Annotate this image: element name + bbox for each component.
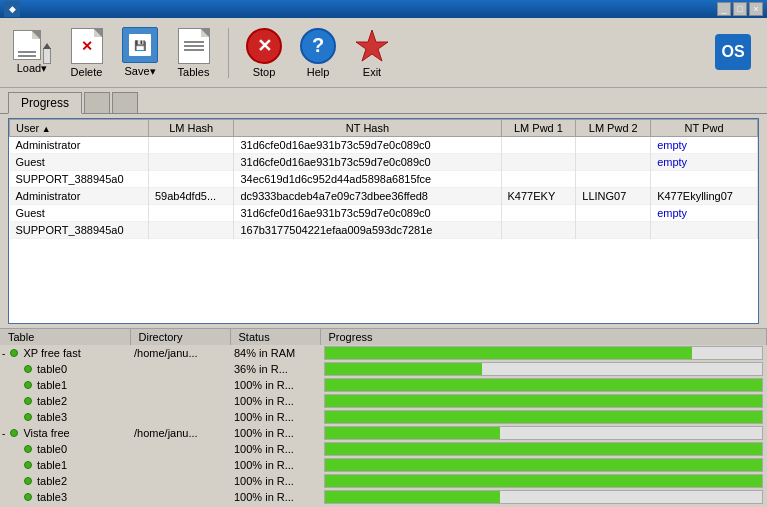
stop-button[interactable]: ✕ Stop (241, 23, 287, 83)
list-item[interactable]: table0 36% in R... (0, 361, 767, 377)
cell-nt-hash: 167b3177504221efaa009a593dc7281e (234, 222, 501, 239)
exit-button[interactable]: Exit (349, 23, 395, 83)
about-icon: OS (715, 34, 751, 70)
table-row[interactable]: Administrator 31d6cfe0d16ae931b73c59d7e0… (10, 137, 758, 154)
group-label[interactable]: - Vista free (0, 425, 130, 441)
progress-bar (325, 443, 762, 455)
list-item[interactable]: table3 100% in R... (0, 409, 767, 425)
cell-user: SUPPORT_388945a0 (10, 171, 149, 188)
load-button[interactable]: Load▾ (8, 25, 56, 80)
progress-bar-container (324, 490, 763, 504)
minimize-btn[interactable]: _ (717, 2, 731, 16)
table-progress-cell (320, 393, 767, 409)
progress-bar (325, 475, 762, 487)
col-lm-pwd1[interactable]: LM Pwd 1 (501, 120, 576, 137)
tables-table: Table Directory Status Progress - XP fre… (0, 329, 767, 505)
cell-user: SUPPORT_388945a0 (10, 222, 149, 239)
table-name: table1 (0, 377, 130, 393)
list-item[interactable]: table0 100% in R... (0, 441, 767, 457)
table-name: table2 (0, 473, 130, 489)
stop-icon: ✕ (246, 28, 282, 64)
table-dot (24, 413, 32, 421)
svg-marker-0 (356, 30, 388, 61)
progress-bar-container (324, 458, 763, 472)
cell-lm-pwd1 (501, 171, 576, 188)
cell-lm-pwd2 (576, 171, 651, 188)
table-row[interactable]: Administrator 59ab4dfd5... dc9333bacdeb4… (10, 188, 758, 205)
cell-lm-hash (148, 154, 233, 171)
cell-nt-hash: dc9333bacdeb4a7e09c73dbee36ffed8 (234, 188, 501, 205)
cell-nt-pwd (651, 222, 758, 239)
progress-bar-container (324, 346, 763, 360)
table-status: 100% in R... (230, 457, 320, 473)
table-dot (24, 397, 32, 405)
list-item[interactable]: table2 100% in R... (0, 393, 767, 409)
table-progress-cell (320, 377, 767, 393)
tables-button[interactable]: Tables (171, 23, 216, 83)
table-directory (130, 457, 230, 473)
table-dot (24, 445, 32, 453)
list-item[interactable]: table1 100% in R... (0, 457, 767, 473)
delete-button[interactable]: ✕ Delete (64, 23, 109, 83)
cell-user: Guest (10, 205, 149, 222)
maximize-btn[interactable]: □ (733, 2, 747, 16)
table-progress-cell (320, 489, 767, 505)
cell-nt-hash: 31d6cfe0d16ae931b73c59d7e0c089c0 (234, 154, 501, 171)
table-dot (24, 365, 32, 373)
cell-lm-pwd2: LLING07 (576, 188, 651, 205)
progress-bar (325, 459, 762, 471)
cell-lm-pwd2 (576, 137, 651, 154)
cell-user: Administrator (10, 188, 149, 205)
group-status: 100% in R... (230, 425, 320, 441)
table-row[interactable]: SUPPORT_388945a0 34ec619d1d6c952d44ad589… (10, 171, 758, 188)
table-row[interactable]: SUPPORT_388945a0 167b3177504221efaa009a5… (10, 222, 758, 239)
cell-user: Administrator (10, 137, 149, 154)
tab-preferences[interactable] (112, 92, 138, 113)
cell-nt-pwd: empty (651, 205, 758, 222)
cell-lm-pwd2 (576, 205, 651, 222)
cell-nt-pwd: empty (651, 137, 758, 154)
help-button[interactable]: ? Help (295, 23, 341, 83)
title-bar: ◆ _ □ × (0, 0, 767, 18)
list-item[interactable]: table3 100% in R... (0, 489, 767, 505)
col-directory: Directory (130, 329, 230, 345)
table-row[interactable]: Guest 31d6cfe0d16ae931b73c59d7e0c089c0 e… (10, 154, 758, 171)
help-icon: ? (300, 28, 336, 64)
col-user[interactable]: User (10, 120, 149, 137)
table-status: 100% in R... (230, 393, 320, 409)
close-btn[interactable]: × (749, 2, 763, 16)
expand-icon[interactable]: - (2, 348, 5, 359)
table-directory (130, 473, 230, 489)
table-row[interactable]: Guest 31d6cfe0d16ae931b73c59d7e0c089c0 e… (10, 205, 758, 222)
group-label[interactable]: - XP free fast (0, 345, 130, 361)
cell-lm-hash (148, 171, 233, 188)
delete-label: Delete (71, 66, 103, 78)
expand-icon[interactable]: - (2, 428, 5, 439)
progress-bar (325, 491, 500, 503)
list-item: - Vista free /home/janu... 100% in R... (0, 425, 767, 441)
table-name: table3 (0, 409, 130, 425)
tab-bar: Progress (0, 88, 767, 114)
progress-bar (325, 411, 762, 423)
table-directory (130, 489, 230, 505)
tab-progress[interactable]: Progress (8, 92, 82, 114)
tab-statistics[interactable] (84, 92, 110, 113)
save-button[interactable]: 💾 Save▾ (117, 22, 163, 83)
col-nt-pwd[interactable]: NT Pwd (651, 120, 758, 137)
table-status: 100% in R... (230, 377, 320, 393)
col-nt-hash[interactable]: NT Hash (234, 120, 501, 137)
col-lm-pwd2[interactable]: LM Pwd 2 (576, 120, 651, 137)
table-progress-cell (320, 473, 767, 489)
about-button[interactable]: OS (707, 30, 759, 76)
col-lm-hash[interactable]: LM Hash (148, 120, 233, 137)
cell-user: Guest (10, 154, 149, 171)
progress-bar (325, 347, 692, 359)
list-item[interactable]: table1 100% in R... (0, 377, 767, 393)
table-directory (130, 409, 230, 425)
group-directory: /home/janu... (130, 425, 230, 441)
cell-nt-pwd: K477Ekylling07 (651, 188, 758, 205)
list-item[interactable]: table2 100% in R... (0, 473, 767, 489)
save-label: Save▾ (124, 65, 155, 78)
table-dot (24, 477, 32, 485)
progress-bar-container (324, 362, 763, 376)
